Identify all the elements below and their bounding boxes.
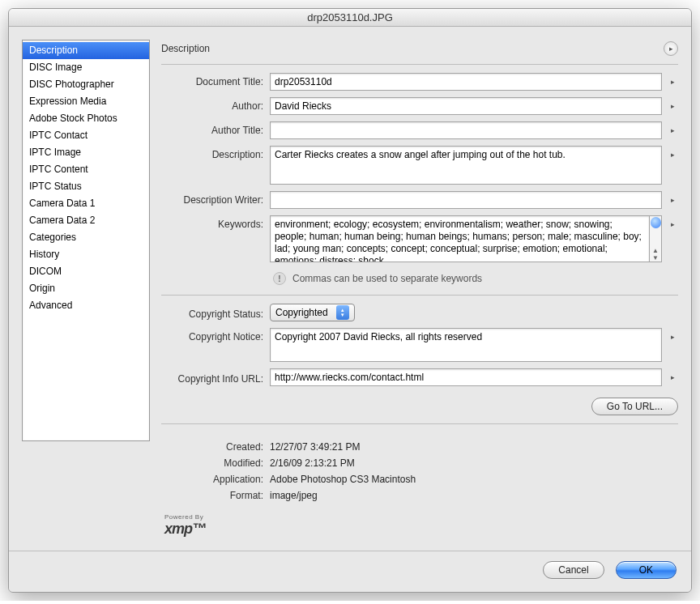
ok-button[interactable]: OK <box>616 561 677 579</box>
value-format: image/jpeg <box>270 487 318 504</box>
description-textarea[interactable] <box>270 146 662 185</box>
file-info-window: drp2053110d.JPG Description DISC Image D… <box>8 8 692 593</box>
sidebar-item-history[interactable]: History <box>23 246 149 263</box>
xmp-badge: Powered By xmp™ <box>164 513 678 538</box>
sidebar-item-categories[interactable]: Categories <box>23 229 149 246</box>
value-created: 12/27/07 3:49:21 PM <box>270 439 360 455</box>
metadata-block: Created: 12/27/07 3:49:21 PM Modified: 2… <box>161 439 678 504</box>
label-copyright-notice: Copyright Notice: <box>161 328 263 342</box>
sidebar-item-iptc-contact[interactable]: IPTC Contact <box>23 127 149 144</box>
cancel-button[interactable]: Cancel <box>543 561 604 579</box>
info-icon: ! <box>273 272 286 285</box>
sidebar-item-expression-media[interactable]: Expression Media <box>23 93 149 110</box>
copyright-notice-menu-icon[interactable]: ▸ <box>667 331 678 342</box>
sidebar-item-dicom[interactable]: DICOM <box>23 263 149 280</box>
sidebar-item-disc-photographer[interactable]: DISC Photographer <box>23 76 149 93</box>
go-to-url-button[interactable]: Go To URL... <box>591 398 678 415</box>
window-title: drp2053110d.JPG <box>307 11 393 23</box>
label-format: Format: <box>161 487 263 504</box>
xmp-logo: xmp™ <box>164 521 678 538</box>
content-area: Description DISC Image DISC Photographer… <box>9 27 691 551</box>
document-title-menu-icon[interactable]: ▸ <box>667 76 678 87</box>
sidebar-item-description[interactable]: Description <box>23 42 149 59</box>
label-created: Created: <box>161 439 263 455</box>
label-author-title: Author Title: <box>161 121 263 136</box>
scroll-up-icon[interactable]: ▲ <box>652 247 659 254</box>
sidebar-item-camera-data-1[interactable]: Camera Data 1 <box>23 195 149 212</box>
sidebar-item-iptc-image[interactable]: IPTC Image <box>23 144 149 161</box>
sidebar-item-iptc-content[interactable]: IPTC Content <box>23 161 149 178</box>
copyright-notice-textarea[interactable] <box>270 328 662 362</box>
label-modified: Modified: <box>161 455 263 471</box>
separator <box>161 64 678 65</box>
dialog-footer: Cancel OK <box>9 551 691 592</box>
sidebar-item-adobe-stock[interactable]: Adobe Stock Photos <box>23 110 149 127</box>
keywords-textarea[interactable] <box>270 215 650 262</box>
document-title-input[interactable] <box>270 73 662 91</box>
value-modified: 2/16/09 2:13:21 PM <box>270 455 355 471</box>
keywords-scrollbar[interactable]: ▲ ▼ <box>650 215 662 262</box>
copyright-url-menu-icon[interactable]: ▸ <box>667 372 678 383</box>
main-panel: Description ▸ Document Title: ▸ Author: … <box>161 40 678 538</box>
sidebar-item-iptc-status[interactable]: IPTC Status <box>23 178 149 195</box>
category-sidebar[interactable]: Description DISC Image DISC Photographer… <box>22 40 150 441</box>
label-author: Author: <box>161 97 263 112</box>
author-input[interactable] <box>270 97 662 115</box>
label-description: Description: <box>161 146 263 160</box>
sidebar-item-camera-data-2[interactable]: Camera Data 2 <box>23 212 149 229</box>
window-titlebar: drp2053110d.JPG <box>9 9 691 27</box>
label-application: Application: <box>161 471 263 487</box>
separator <box>161 295 678 296</box>
label-copyright-url: Copyright Info URL: <box>161 370 263 385</box>
label-copyright-status: Copyright Status: <box>161 305 263 320</box>
copyright-status-value: Copyrighted <box>275 307 328 318</box>
label-document-title: Document Title: <box>161 73 263 87</box>
author-title-input[interactable] <box>270 121 662 139</box>
sidebar-item-origin[interactable]: Origin <box>23 280 149 297</box>
xmp-powered-by: Powered By <box>164 513 678 521</box>
author-menu-icon[interactable]: ▸ <box>667 100 678 112</box>
description-writer-menu-icon[interactable]: ▸ <box>667 194 678 206</box>
panel-flyout-button[interactable]: ▸ <box>664 41 678 56</box>
scroll-down-icon[interactable]: ▼ <box>652 254 659 262</box>
copyright-status-select[interactable]: Copyrighted ▲▼ <box>270 304 355 321</box>
sidebar-item-advanced[interactable]: Advanced <box>23 297 149 314</box>
description-menu-icon[interactable]: ▸ <box>667 149 678 160</box>
author-title-menu-icon[interactable]: ▸ <box>667 125 678 136</box>
keywords-menu-icon[interactable]: ▸ <box>667 219 678 230</box>
select-arrows-icon: ▲▼ <box>336 305 349 320</box>
sidebar-item-disc-image[interactable]: DISC Image <box>23 59 149 76</box>
scrollbar-thumb[interactable] <box>651 217 661 228</box>
copyright-url-input[interactable] <box>270 368 662 386</box>
panel-title: Description <box>161 43 210 54</box>
label-description-writer: Description Writer: <box>161 191 263 206</box>
keywords-hint: Commas can be used to separate keywords <box>292 273 482 284</box>
value-application: Adobe Photoshop CS3 Macintosh <box>270 471 416 487</box>
label-keywords: Keywords: <box>161 215 263 230</box>
separator <box>161 423 678 424</box>
description-writer-input[interactable] <box>270 191 662 209</box>
